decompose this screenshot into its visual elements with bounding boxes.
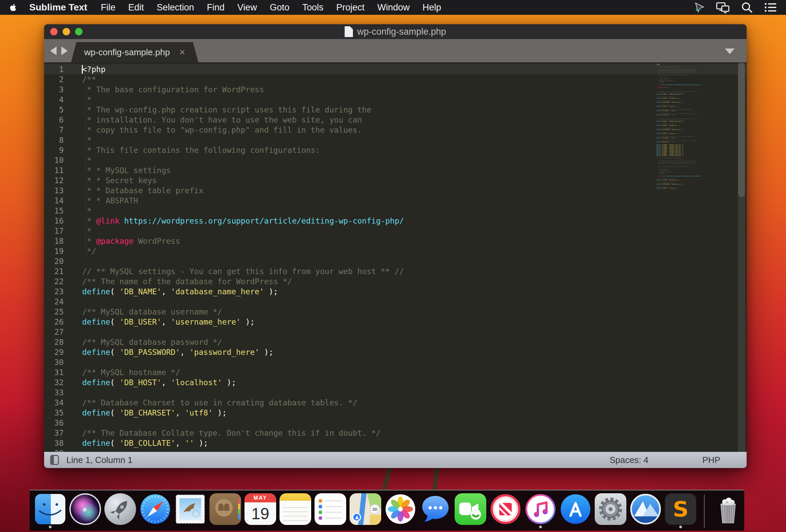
indent-guide [86,85,86,256]
calendar-month: MAY [245,493,276,502]
syntax-mode[interactable]: PHP [702,455,720,465]
code-line: 38define( 'DB_COLLATE', '' ); [44,438,747,448]
code-line: 14 * * ABSPATH [44,195,747,206]
menu-item-window[interactable]: Window [377,2,410,13]
prev-tab-arrow-icon[interactable] [50,46,56,55]
dock-item-facetime[interactable] [455,493,486,529]
active-app-name[interactable]: Sublime Text [29,2,87,13]
notification-center-icon[interactable] [764,2,777,13]
dock-item-safari[interactable] [139,493,171,529]
dock-item-trash[interactable] [712,493,744,529]
code-line: 37/** The Database Collate type. Don't c… [44,428,747,438]
dock-item-messages[interactable] [420,493,451,529]
code-line: 9 * This file contains the following con… [44,145,747,155]
pointer-app-icon[interactable] [693,2,705,13]
tab-wp-config-sample[interactable]: wp-config-sample.php × [71,42,198,62]
tab-nav-arrows [50,46,68,55]
dock-item-appstore[interactable] [560,493,591,529]
finder-icon [34,493,66,525]
minimize-window-button[interactable] [63,28,70,36]
code-line: 6 * installation. You don't have to use … [44,115,747,125]
photos-icon [385,493,416,525]
window-title-bar[interactable]: wp-config-sample.php [44,24,747,39]
dock-item-mail[interactable] [175,493,206,529]
code-line: 18 * @package WordPress [44,236,747,246]
app-store-icon [560,493,591,525]
dock-item-sublime[interactable]: S [665,493,696,529]
news-icon [490,493,521,525]
code-line: 33 [44,388,747,398]
running-indicator-dot [49,526,51,528]
code-line: 32define( 'DB_HOST', 'localhost' ); [44,377,747,388]
menu-bar: Sublime Text FileEditSelectionFindViewGo… [0,0,786,15]
minimap-line: define( 'DB_HOST', 'localhost' ); [656,188,737,189]
next-tab-arrow-icon[interactable] [61,46,68,55]
dock-item-reminders[interactable] [315,493,346,529]
desktop: Sublime Text FileEditSelectionFindViewGo… [0,0,786,532]
dock-item-mountains[interactable] [630,493,662,529]
vertical-scrollbar[interactable] [738,62,745,452]
code-line: 11 * * MySQL settings [44,165,747,176]
menu-items: FileEditSelectionFindViewGotoToolsProjec… [101,2,441,13]
system-preferences-icon [595,493,626,525]
calendar-day: 19 [245,502,276,525]
tab-label: wp-config-sample.php [84,47,170,57]
code-line: 1<?php [44,64,747,74]
indent-setting[interactable]: Spaces: 4 [609,455,649,465]
code-line: 30 [44,357,747,367]
dock-item-maps[interactable]: 3D [350,493,381,529]
contacts-icon [209,493,241,525]
code-editor[interactable]: 1<?php2/**3 * The base configuration for… [44,62,747,452]
tab-list-dropdown-icon[interactable] [725,48,735,54]
document-icon [345,26,353,37]
dock-item-notes[interactable] [279,493,311,529]
code-line: 34/** Database Charset to use in creatin… [44,398,747,408]
code-line: 27 [44,327,747,337]
tab-bar: wp-config-sample.php × [44,39,747,62]
minimap[interactable]: <?php/** * The base configuration for Wo… [656,64,737,189]
menu-item-edit[interactable]: Edit [128,2,144,13]
code-line: 26define( 'DB_USER', 'username_here' ); [44,317,747,327]
text-caret [82,65,83,74]
menu-item-tools[interactable]: Tools [302,2,323,13]
dock-item-photos[interactable] [385,493,416,529]
apple-menu[interactable] [9,2,18,13]
dock-item-siri[interactable] [69,493,101,529]
displays-icon[interactable] [716,1,730,14]
menu-item-find[interactable]: Find [207,2,225,13]
dock-item-launchpad[interactable] [105,493,136,529]
tab-close-icon[interactable]: × [179,47,185,57]
menu-item-file[interactable]: File [101,2,116,13]
code-line: 23define( 'DB_NAME', 'database_name_here… [44,286,747,297]
apple-icon [9,2,18,13]
menu-item-help[interactable]: Help [423,2,441,13]
mountain-app-icon [630,493,662,525]
dock-item-contacts[interactable] [209,493,241,529]
menu-item-goto[interactable]: Goto [270,2,290,13]
code-line: 19 */ [44,246,747,256]
trash-icon [712,493,744,525]
maps-3d-badge: 3D [370,504,380,514]
close-window-button[interactable] [50,28,57,36]
dock-item-calendar[interactable]: MAY 19 [245,493,276,529]
calendar-icon: MAY 19 [245,493,276,525]
dock-item-itunes[interactable] [525,493,556,529]
panel-toggle-icon[interactable] [50,455,59,465]
code-line: 24 [44,297,747,307]
dock-item-finder[interactable] [34,493,66,529]
code-line: 10 * [44,155,747,165]
code-line: 31/** MySQL hostname */ [44,367,747,377]
menu-item-view[interactable]: View [237,2,257,13]
spotlight-search-icon[interactable] [741,1,753,14]
code-line: 15 * [44,206,747,216]
zoom-window-button[interactable] [75,28,83,36]
dock-item-sysprefs[interactable] [595,493,626,529]
sublime-text-window: wp-config-sample.php wp-config-sample.ph… [44,24,747,468]
menu-item-selection[interactable]: Selection [157,2,194,13]
dock-item-news[interactable] [490,493,521,529]
cursor-position[interactable]: Line 1, Column 1 [66,455,133,465]
code-line: 25/** MySQL database username */ [44,307,747,317]
menu-item-project[interactable]: Project [336,2,364,13]
mail-icon [175,493,206,525]
scrollbar-thumb[interactable] [738,63,745,197]
